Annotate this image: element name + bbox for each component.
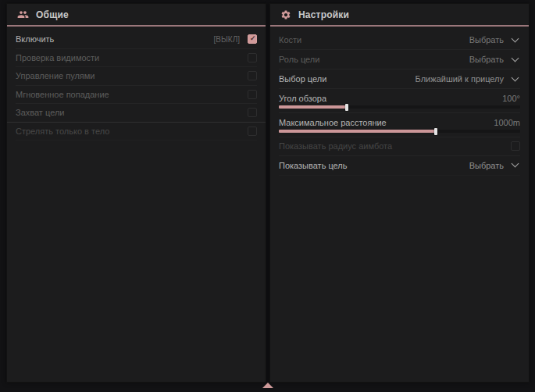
gear-icon (280, 9, 291, 20)
panel-general-header[interactable]: Общие (7, 4, 266, 25)
fov-slider-handle[interactable] (345, 104, 348, 111)
enable-checkbox[interactable] (248, 34, 257, 44)
target-role-label: Роль цели (279, 55, 469, 64)
chevron-down-icon (512, 54, 519, 62)
panel-settings-title: Настройки (298, 9, 349, 20)
max-distance-slider[interactable] (279, 130, 520, 133)
lock-checkbox[interactable] (248, 108, 257, 117)
fov-slider[interactable] (279, 105, 520, 109)
panel-general-title: Общие (36, 9, 69, 20)
row-target-role-dropdown[interactable]: Роль цели Выбрать (279, 50, 520, 69)
chevron-down-icon (512, 73, 519, 81)
max-distance-label: Максимальное расстояние (279, 118, 494, 127)
mod-menu-overlay: Общие Включить [ВЫКЛ] Проверка видимости… (0, 0, 535, 392)
row-enable-label: Включить (16, 34, 214, 44)
row-show-target-dropdown[interactable]: Показывать цель Выбрать (279, 156, 520, 176)
visibility-checkbox[interactable] (248, 53, 257, 62)
target-select-label: Выбор цели (279, 74, 416, 84)
row-body-only[interactable]: Стрелять только в тело (16, 123, 257, 141)
fov-value: 100° (502, 94, 520, 103)
max-distance-value: 1000m (494, 118, 520, 127)
row-target-select-dropdown[interactable]: Выбор цели Ближайший к прицелу (279, 69, 520, 89)
row-instant-label: Мгновенное попадание (16, 90, 248, 99)
row-bones-dropdown[interactable]: Кости Выбрать (279, 30, 520, 50)
row-visibility-check[interactable]: Проверка видимости (16, 49, 257, 68)
chevron-down-icon (512, 34, 519, 42)
aimbot-radius-label: Показывать радиус аимбота (279, 141, 511, 151)
row-bullet-control[interactable]: Управление пулями (16, 67, 257, 86)
general-rows: Включить [ВЫКЛ] Проверка видимости Управ… (7, 27, 266, 141)
fov-label: Угол обзора (279, 94, 502, 103)
panel-settings: Настройки Кости Выбрать Роль цели Выбрат… (269, 3, 530, 383)
target-select-value[interactable]: Ближайший к прицелу (416, 74, 504, 84)
chevron-down-icon (512, 160, 519, 168)
bones-label: Кости (279, 35, 469, 45)
keybind-tag[interactable]: [ВЫКЛ] (214, 35, 240, 44)
instant-checkbox[interactable] (248, 90, 257, 99)
row-fov-slider: Угол обзора 100° (279, 89, 520, 113)
users-icon (17, 9, 29, 20)
bullet-checkbox[interactable] (248, 71, 257, 80)
max-distance-slider-fill (279, 130, 436, 133)
bones-value[interactable]: Выбрать (469, 35, 504, 45)
fov-slider-fill (279, 105, 347, 109)
row-target-lock[interactable]: Захват цели (7, 104, 266, 123)
settings-rows: Кости Выбрать Роль цели Выбрать Выбор це… (270, 27, 529, 176)
row-max-distance-slider: Максимальное расстояние 1000m (279, 113, 520, 137)
show-target-value[interactable]: Выбрать (469, 161, 504, 170)
row-lock-label: Захват цели (16, 108, 248, 117)
row-instant-hit[interactable]: Мгновенное попадание (16, 86, 257, 105)
show-target-label: Показывать цель (279, 161, 469, 170)
scroll-up-indicator[interactable] (262, 383, 273, 388)
row-body-label: Стрелять только в тело (16, 127, 248, 136)
target-role-value[interactable]: Выбрать (469, 55, 504, 64)
aimbot-radius-checkbox[interactable] (511, 141, 520, 151)
body-checkbox[interactable] (248, 127, 257, 136)
panel-settings-header[interactable]: Настройки (270, 4, 529, 25)
row-enable[interactable]: Включить [ВЫКЛ] (16, 30, 257, 49)
panel-general: Общие Включить [ВЫКЛ] Проверка видимости… (6, 3, 266, 383)
max-distance-slider-handle[interactable] (434, 128, 437, 135)
row-aimbot-radius[interactable]: Показывать радиус аимбота (279, 137, 520, 156)
row-visibility-label: Проверка видимости (16, 53, 248, 62)
row-bullet-label: Управление пулями (16, 71, 248, 80)
